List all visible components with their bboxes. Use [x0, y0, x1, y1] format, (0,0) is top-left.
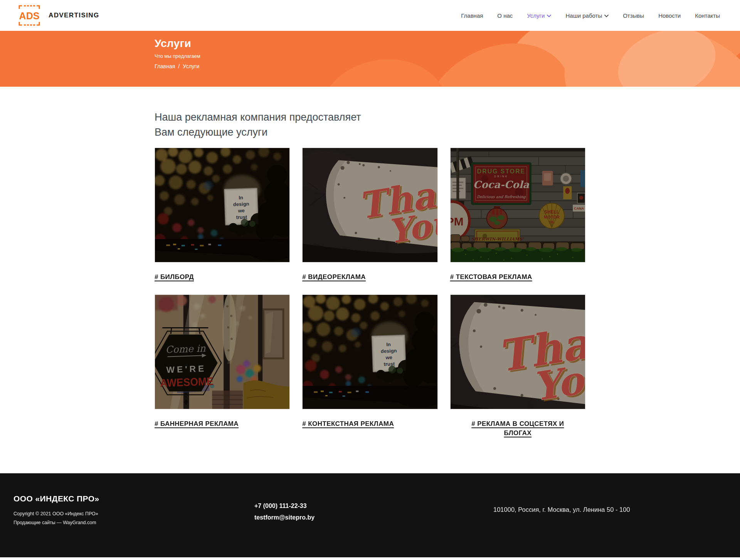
- thank-you-sign-closeup-image: [450, 294, 585, 409]
- vintage-signs-image: [450, 148, 585, 262]
- were-awesome-sign-image: [155, 294, 290, 409]
- nav-item-nashi-raboty[interactable]: Наши работы: [565, 12, 609, 19]
- section-heading: Наша рекламная компания предоставляет Ва…: [155, 110, 585, 140]
- service-card-bilbord: # БИЛБОРД: [155, 148, 290, 282]
- nav-item-glavnaya[interactable]: Главная: [461, 12, 483, 19]
- service-link-bilbord[interactable]: # БИЛБОРД: [155, 272, 290, 282]
- service-card-bannernaya: # БАННЕРНАЯ РЕКЛАМА: [155, 294, 290, 438]
- footer-contacts-block: +7 (000) 111-22-33 testform@sitepro.by: [254, 473, 493, 557]
- brand-name: ADVERTISING: [49, 12, 99, 19]
- nav-item-otzyvy[interactable]: Отзывы: [623, 12, 644, 19]
- page-title: Услуги: [155, 37, 585, 50]
- billboard-night-image: [155, 148, 290, 262]
- service-link-bannernaya[interactable]: # БАННЕРНАЯ РЕКЛАМА: [155, 419, 290, 429]
- service-link-videoreklama[interactable]: # ВИДЕОРЕКЛАМА: [302, 272, 437, 282]
- footer-company-name: ООО «ИНДЕКС ПРО»: [13, 494, 254, 503]
- site-footer: ООО «ИНДЕКС ПРО» Copyright © 2021 ООО «И…: [0, 473, 740, 557]
- nav-item-uslugi[interactable]: Услуги: [527, 12, 551, 19]
- footer-phone-link[interactable]: +7 (000) 111-22-33: [254, 500, 493, 512]
- footer-copyright: Copyright © 2021 ООО «Индекс ПРО»: [13, 510, 254, 518]
- breadcrumb-current: Услуги: [183, 63, 199, 69]
- service-link-kontekstnaya[interactable]: # КОНТЕКСТНАЯ РЕКЛАМА: [302, 419, 437, 429]
- logo-text: ADS: [19, 10, 40, 21]
- site-header: ADS ADVERTISING Главная О нас Услуги Наш…: [0, 0, 740, 31]
- service-card-kontekstnaya: # КОНТЕКСТНАЯ РЕКЛАМА: [302, 294, 437, 438]
- chevron-down-icon: [547, 15, 551, 17]
- hero-banner: Услуги Что мы предлагаем Главная / Услуг…: [0, 31, 740, 87]
- services-grid: # БИЛБОРД # ВИДЕОРЕКЛАМА # ТЕКСТОВАЯ РЕК…: [155, 148, 585, 438]
- services-section: Наша рекламная компания предоставляет Ва…: [155, 87, 585, 473]
- footer-company-block: ООО «ИНДЕКС ПРО» Copyright © 2021 ООО «И…: [13, 473, 254, 557]
- service-link-socseti[interactable]: # РЕКЛАМА В СОЦСЕТЯХ И БЛОГАХ: [459, 419, 576, 438]
- thank-you-sign-image: [302, 148, 437, 262]
- ads-logo-icon: ADS: [18, 4, 40, 27]
- footer-address-block: 101000, Россия, г. Москва, ул. Ленина 50…: [493, 473, 727, 557]
- service-card-socseti: # РЕКЛАМА В СОЦСЕТЯХ И БЛОГАХ: [450, 294, 585, 438]
- breadcrumb-home-link[interactable]: Главная: [155, 63, 175, 69]
- billboard-night-image: [302, 294, 437, 409]
- service-card-videoreklama: # ВИДЕОРЕКЛАМА: [302, 148, 437, 282]
- page-subtitle: Что мы предлагаем: [155, 53, 585, 59]
- chevron-down-icon: [604, 15, 609, 17]
- breadcrumb-separator: /: [178, 63, 180, 69]
- nav-item-o-nas[interactable]: О нас: [497, 12, 513, 19]
- nav-item-kontakty[interactable]: Контакты: [695, 12, 720, 19]
- brand[interactable]: ADS ADVERTISING: [18, 4, 99, 27]
- main-nav: Главная О нас Услуги Наши работы Отзывы …: [461, 12, 720, 19]
- footer-address: 101000, Россия, г. Москва, ул. Ленина 50…: [493, 506, 727, 513]
- service-card-tekstovaya: # ТЕКСТОВАЯ РЕКЛАМА: [450, 148, 585, 282]
- service-link-tekstovaya[interactable]: # ТЕКСТОВАЯ РЕКЛАМА: [450, 272, 585, 282]
- breadcrumb: Главная / Услуги: [155, 63, 585, 69]
- footer-email-link[interactable]: testform@sitepro.by: [254, 512, 493, 523]
- footer-made-by-link[interactable]: Продающие сайты — WayGrand.com: [13, 518, 254, 527]
- nav-item-novosti[interactable]: Новости: [658, 12, 681, 19]
